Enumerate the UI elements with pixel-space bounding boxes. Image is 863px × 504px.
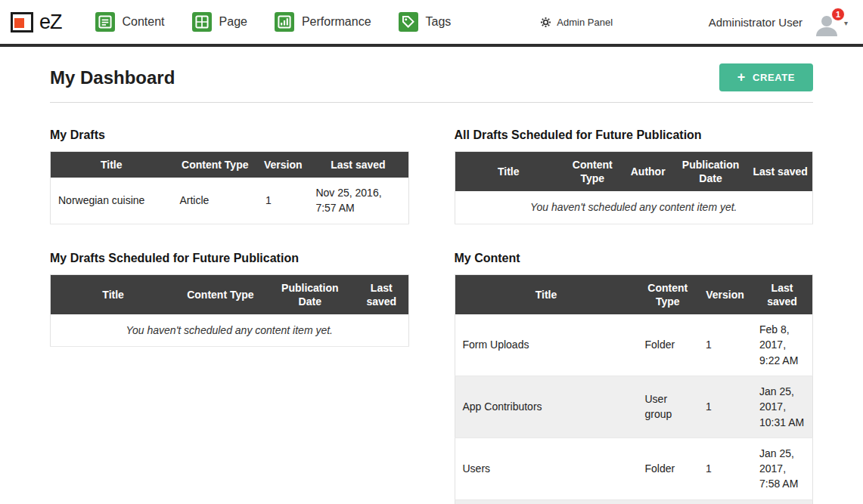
- my-drafts-section: My Drafts Title Content Type Version Las…: [50, 128, 409, 224]
- ez-logo-text: eZ: [39, 11, 62, 34]
- performance-icon: [275, 12, 294, 32]
- notification-badge[interactable]: 1: [831, 8, 845, 21]
- cell-last-saved: Jan 25, 2017, 7:58 AM: [752, 438, 813, 499]
- ez-logo[interactable]: eZ: [11, 11, 62, 34]
- column-header: Version: [698, 274, 752, 314]
- all-drafts-scheduled-table: Title Content Type Author Publication Da…: [455, 151, 814, 224]
- avatar: 1: [813, 14, 840, 36]
- cell-title: App Contributors: [455, 376, 638, 438]
- cell-version: 1: [698, 438, 752, 499]
- user-name: Administrator User: [709, 16, 802, 29]
- my-content-section: My Content Title Content Type Version La…: [455, 252, 814, 504]
- user-area: Administrator User 1 ▾: [709, 8, 848, 36]
- my-drafts-table: Title Content Type Version Last saved No…: [50, 151, 409, 224]
- gear-icon: [540, 17, 551, 28]
- page-icon: [192, 12, 212, 32]
- column-header: Publication Date: [673, 152, 748, 192]
- my-content-title: My Content: [455, 252, 814, 265]
- table-row[interactable]: App Folder 1 Jan 25, 2017, 7:55 AM: [455, 499, 813, 504]
- cell-content-type: Article: [172, 178, 258, 224]
- tags-icon: [399, 12, 418, 32]
- column-header: Last saved: [355, 274, 408, 314]
- empty-message: You haven't scheduled any content item y…: [455, 191, 813, 224]
- cell-title: Form Uploads: [455, 314, 638, 376]
- empty-row: You haven't scheduled any content item y…: [51, 314, 409, 347]
- cell-content-type: Folder: [638, 499, 698, 504]
- column-header: Last saved: [308, 152, 408, 178]
- nav-item-performance[interactable]: Performance: [275, 12, 371, 32]
- column-header: Title: [51, 274, 176, 314]
- nav-item-tags[interactable]: Tags: [399, 12, 452, 32]
- my-drafts-scheduled-section: My Drafts Scheduled for Future Publicati…: [50, 252, 409, 348]
- page-title: My Dashboard: [50, 67, 175, 88]
- column-header: Author: [623, 152, 673, 192]
- column-header: Last saved: [748, 152, 812, 192]
- create-button-label: CREATE: [753, 72, 795, 83]
- admin-panel-button[interactable]: Admin Panel: [540, 17, 613, 28]
- chevron-down-icon: ▾: [844, 19, 848, 27]
- my-drafts-scheduled-table: Title Content Type Publication Date Last…: [50, 274, 409, 348]
- column-header: Content Type: [175, 274, 265, 314]
- my-drafts-scheduled-title: My Drafts Scheduled for Future Publicati…: [50, 252, 409, 265]
- user-menu[interactable]: 1 ▾: [813, 14, 848, 36]
- ez-logo-icon: [11, 12, 33, 32]
- nav-label-page: Page: [219, 15, 247, 29]
- cell-last-saved: Nov 25, 2016, 7:57 AM: [308, 178, 408, 224]
- all-drafts-scheduled-title: All Drafts Scheduled for Future Publicat…: [455, 128, 814, 142]
- top-navigation-bar: eZ Content Page Performance Tags: [0, 0, 863, 47]
- cell-version: 1: [698, 376, 752, 438]
- column-header: Content Type: [562, 152, 622, 192]
- cell-content-type: User group: [638, 376, 698, 438]
- dashboard-main: My Dashboard + CREATE My Drafts Title Co…: [0, 47, 863, 504]
- column-header: Publication Date: [265, 274, 355, 314]
- column-header: Last saved: [752, 274, 813, 314]
- page-header: My Dashboard + CREATE: [50, 47, 813, 103]
- cell-content-type: Folder: [638, 438, 698, 499]
- cell-version: 1: [258, 178, 308, 224]
- cell-content-type: Folder: [638, 314, 698, 376]
- column-header: Title: [51, 152, 172, 178]
- column-header: Title: [455, 274, 638, 314]
- left-column: My Drafts Title Content Type Version Las…: [50, 128, 409, 504]
- content-icon: [95, 12, 115, 32]
- my-content-table: Title Content Type Version Last saved Fo…: [455, 274, 814, 504]
- nav-item-content[interactable]: Content: [95, 12, 165, 32]
- column-header: Version: [258, 152, 308, 178]
- table-row[interactable]: Users Folder 1 Jan 25, 2017, 7:58 AM: [455, 438, 813, 499]
- nav-label-tags: Tags: [426, 15, 452, 29]
- all-drafts-scheduled-section: All Drafts Scheduled for Future Publicat…: [455, 128, 814, 224]
- empty-message: You haven't scheduled any content item y…: [51, 314, 409, 347]
- empty-row: You haven't scheduled any content item y…: [455, 191, 813, 224]
- create-button[interactable]: + CREATE: [719, 63, 813, 91]
- cell-title: Norwegian cuisine: [51, 178, 172, 224]
- admin-panel-label: Admin Panel: [557, 17, 613, 28]
- ez-logo-orange-square: [14, 18, 24, 28]
- cell-last-saved: Jan 25, 2017, 7:55 AM: [752, 499, 813, 504]
- cell-title: Users: [455, 438, 638, 499]
- column-header: Title: [455, 152, 562, 192]
- main-navigation: Content Page Performance Tags: [95, 12, 452, 32]
- plus-icon: +: [737, 72, 746, 82]
- column-header: Content Type: [638, 274, 698, 314]
- cell-version: 1: [698, 314, 752, 376]
- nav-label-content: Content: [123, 15, 165, 29]
- table-row[interactable]: Norwegian cuisine Article 1 Nov 25, 2016…: [51, 178, 409, 224]
- right-column: All Drafts Scheduled for Future Publicat…: [455, 128, 814, 504]
- cell-title: App: [455, 499, 638, 504]
- table-row[interactable]: Form Uploads Folder 1 Feb 8, 2017, 9:22 …: [455, 314, 813, 376]
- cell-last-saved: Feb 8, 2017, 9:22 AM: [752, 314, 813, 376]
- nav-item-page[interactable]: Page: [192, 12, 247, 32]
- my-drafts-title: My Drafts: [50, 128, 409, 142]
- cell-last-saved: Jan 25, 2017, 10:31 AM: [752, 376, 813, 438]
- dashboard-columns: My Drafts Title Content Type Version Las…: [50, 128, 813, 504]
- nav-label-performance: Performance: [302, 15, 371, 29]
- table-row[interactable]: App Contributors User group 1 Jan 25, 20…: [455, 376, 813, 438]
- column-header: Content Type: [172, 152, 258, 178]
- cell-version: 1: [698, 499, 752, 504]
